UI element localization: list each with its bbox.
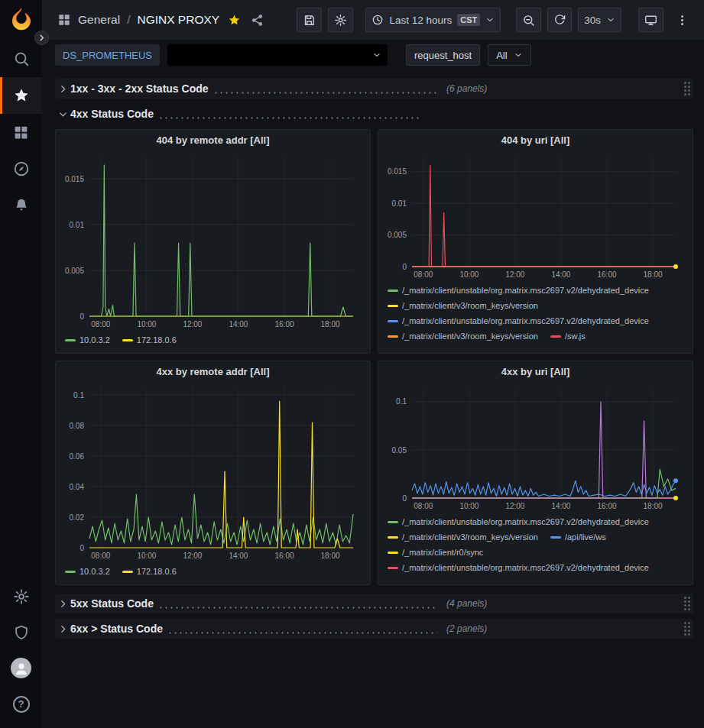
- save-dashboard-button[interactable]: [297, 8, 322, 32]
- y-axis-tick-label: 0.005: [388, 231, 407, 239]
- panel-title[interactable]: 404 by remote addr [All]: [56, 130, 370, 150]
- legend-series-label: /_matrix/client/v3/room_keys/version: [402, 531, 538, 544]
- time-series-plot[interactable]: 00.020.040.060.080.108:0010:0012:0014:00…: [62, 381, 364, 563]
- refresh-interval-dropdown[interactable]: 30s: [578, 8, 621, 32]
- legend-item[interactable]: /_matrix/client/unstable/org.matrix.msc2…: [388, 284, 649, 297]
- panel-title[interactable]: 404 by uri [All]: [378, 130, 693, 150]
- legend-item[interactable]: /_matrix/client/unstable/org.matrix.msc2…: [388, 315, 649, 328]
- time-series-chart[interactable]: 00.050.108:0010:0012:0014:0016:0018:00: [384, 381, 686, 513]
- compass-icon: [13, 160, 30, 177]
- legend-item[interactable]: /sw.js: [550, 330, 586, 343]
- grafana-logo[interactable]: [8, 5, 35, 33]
- y-axis-tick-label: 0.1: [396, 397, 407, 406]
- more-options-kebab[interactable]: [670, 8, 695, 32]
- breadcrumb-section[interactable]: General: [78, 13, 120, 27]
- legend-series-label: 10.0.3.2: [79, 565, 110, 578]
- sidebar-item-search[interactable]: [0, 40, 42, 77]
- sidebar-expand-button[interactable]: [34, 31, 49, 45]
- variables-submenu: DS_PROMETHEUS request_host All: [42, 40, 704, 73]
- favorite-star-icon[interactable]: [228, 14, 241, 27]
- legend-item[interactable]: 10.0.3.2: [65, 565, 110, 578]
- row-4xx[interactable]: 4xx Status Code: [55, 104, 693, 124]
- row-title: 6xx > Status Code: [70, 623, 163, 635]
- dashboard-settings-button[interactable]: [328, 8, 353, 32]
- time-series-plot[interactable]: 00.050.108:0010:0012:0014:0016:0018:00: [384, 381, 686, 513]
- panels-grid: 404 by remote addr [All] 00.0050.010.015…: [55, 129, 693, 585]
- panel-legend: /_matrix/client/unstable/org.matrix.msc2…: [384, 282, 686, 343]
- sidebar-item-help[interactable]: ?: [0, 686, 42, 722]
- legend-item[interactable]: /_matrix/client/v3/room_keys/version: [388, 531, 538, 544]
- timezone-badge: CST: [457, 14, 480, 26]
- legend-series-marker: [388, 335, 398, 338]
- help-icon: ?: [13, 696, 30, 713]
- y-axis-tick-label: 0.06: [70, 452, 85, 461]
- row-title-group: 5xx Status Code: [70, 597, 446, 610]
- panel-body: 00.050.108:0010:0012:0014:0016:0018:00 /…: [378, 381, 693, 584]
- sidebar-item-dashboards[interactable]: [0, 114, 42, 150]
- refresh-icon: [553, 14, 566, 26]
- row-5xx[interactable]: 5xx Status Code (4 panels): [55, 594, 693, 613]
- row-drag-handle[interactable]: [684, 597, 690, 610]
- dashboard-title[interactable]: NGINX PROXY: [137, 13, 219, 27]
- series-current-value-dot: [673, 264, 678, 269]
- panel-title[interactable]: 4xx by uri [All]: [378, 361, 693, 381]
- sidebar-item-profile[interactable]: [0, 650, 42, 686]
- refresh-button[interactable]: [547, 8, 572, 32]
- chevron-right-icon: [55, 599, 70, 609]
- sidebar-item-configuration[interactable]: [0, 578, 42, 614]
- top-navbar: General / NGINX PROXY: [42, 0, 704, 40]
- row-drag-handle[interactable]: [684, 622, 690, 636]
- panel-title[interactable]: 4xx by remote addr [All]: [56, 361, 370, 381]
- zoom-out-icon: [522, 14, 535, 27]
- row-title-group: 4xx Status Code: [70, 108, 430, 120]
- x-axis-tick-label: 10:00: [137, 552, 156, 560]
- legend-item[interactable]: /_matrix/client/unstable/org.matrix.msc2…: [388, 516, 649, 529]
- row-drag-handle[interactable]: [684, 82, 690, 95]
- legend-series-label: /_matrix/client/unstable/org.matrix.msc2…: [402, 561, 649, 574]
- y-axis-tick-label: 0.01: [70, 221, 85, 229]
- legend-item[interactable]: /_matrix/client/unstable/org.matrix.msc2…: [388, 561, 649, 574]
- time-range-label: Last 12 hours: [389, 15, 452, 26]
- row-1xx-3xx-2xx[interactable]: 1xx - 3xx - 2xx Status Code (6 panels): [55, 79, 693, 99]
- request-host-variable-value[interactable]: All: [488, 44, 530, 66]
- tv-mode-button[interactable]: [638, 8, 663, 32]
- legend-series-label: /api/live/ws: [565, 531, 606, 544]
- share-icon[interactable]: [251, 14, 264, 27]
- row-title: 4xx Status Code: [70, 108, 154, 120]
- legend-item[interactable]: /_matrix/client/r0/sync: [388, 546, 483, 559]
- legend-item[interactable]: 172.18.0.6: [122, 334, 177, 347]
- legend-item[interactable]: /_matrix/client/v3/room_keys/version: [388, 299, 538, 312]
- x-axis-tick-label: 16:00: [274, 552, 294, 560]
- legend-item[interactable]: /api/live/ws: [550, 531, 606, 544]
- y-axis-tick-label: 0: [79, 544, 84, 552]
- zoom-out-button[interactable]: [516, 8, 541, 32]
- panel-4xx-by-remote-addr: 4xx by remote addr [All] 00.020.040.060.…: [55, 361, 371, 585]
- legend-item[interactable]: 10.0.3.2: [65, 334, 110, 347]
- time-series-plot[interactable]: 00.0050.010.01508:0010:0012:0014:0016:00…: [62, 150, 364, 332]
- x-axis-tick-label: 12:00: [505, 502, 524, 510]
- request-host-variable-label[interactable]: request_host: [406, 44, 480, 66]
- sidebar-item-explore[interactable]: [0, 150, 42, 187]
- time-series-plot[interactable]: 00.0050.010.01508:0010:0012:0014:0016:00…: [384, 150, 686, 282]
- time-series-chart[interactable]: 00.0050.010.01508:0010:0012:0014:0016:00…: [384, 150, 686, 282]
- row-6xx[interactable]: 6xx > Status Code (2 panels): [55, 619, 693, 639]
- datasource-variable-label[interactable]: DS_PROMETHEUS: [55, 44, 160, 66]
- time-series-chart[interactable]: 00.0050.010.01508:0010:0012:0014:0016:00…: [62, 150, 364, 332]
- datasource-variable-input[interactable]: [167, 44, 388, 66]
- y-axis-tick-label: 0.02: [70, 513, 85, 522]
- dots-leader: [213, 92, 437, 94]
- sidebar-item-starred[interactable]: [0, 77, 42, 114]
- sidebar-item-server-admin[interactable]: [0, 614, 42, 650]
- main-area: General / NGINX PROXY: [42, 0, 704, 728]
- y-axis-tick-label: 0.015: [388, 167, 407, 176]
- chevron-down-icon: [514, 50, 523, 60]
- time-series-chart[interactable]: 00.020.040.060.080.108:0010:0012:0014:00…: [62, 381, 364, 563]
- panel-404-by-remote-addr: 404 by remote addr [All] 00.0050.010.015…: [55, 129, 371, 354]
- time-range-picker[interactable]: Last 12 hours CST: [365, 8, 501, 32]
- legend-item[interactable]: /_matrix/client/v3/room_keys/version: [388, 330, 538, 343]
- y-axis-tick-label: 0.05: [392, 446, 407, 455]
- user-avatar: [11, 658, 31, 678]
- chevron-down-icon: [55, 109, 70, 119]
- legend-item[interactable]: 172.18.0.6: [122, 565, 177, 578]
- sidebar-item-alerting[interactable]: [0, 187, 42, 224]
